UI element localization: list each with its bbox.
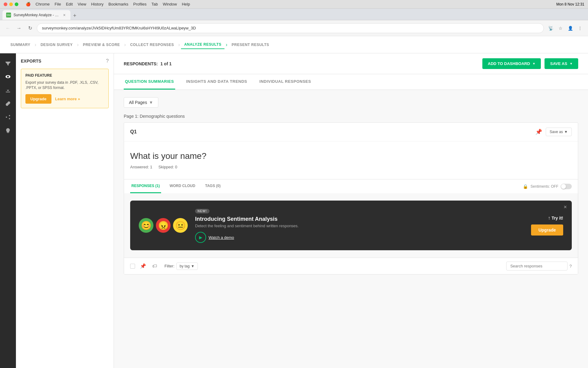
tab-individual-responses[interactable]: INDIVIDUAL RESPONSES: [258, 74, 312, 90]
toggle-knob: [561, 184, 566, 189]
watch-demo-link[interactable]: ▶ Watch a demo: [195, 232, 524, 243]
menu-chrome[interactable]: Chrome: [36, 2, 50, 6]
search-help-icon[interactable]: ?: [569, 264, 572, 269]
page-filter-dropdown[interactable]: All Pages ▼: [124, 97, 158, 108]
sidebar-filter-icon[interactable]: [2, 57, 14, 69]
mac-os-bar: 🍎 Chrome File Edit View History Bookmark…: [0, 0, 588, 9]
mac-bar-right: Mon 8 Nov 12:31: [556, 2, 584, 6]
close-window-btn[interactable]: [4, 2, 7, 6]
question-save-as-btn[interactable]: Save as ▼: [546, 128, 572, 136]
maximize-window-btn[interactable]: [15, 2, 18, 6]
nav-analyze-results[interactable]: ANALYZE RESULTS: [181, 40, 224, 49]
menu-window[interactable]: Window: [163, 2, 177, 6]
address-input[interactable]: [37, 23, 544, 33]
new-tab-btn[interactable]: +: [70, 11, 79, 20]
menu-bookmarks[interactable]: Bookmarks: [108, 2, 128, 6]
sidebar-eye-icon[interactable]: [2, 71, 14, 83]
bookmark-icon[interactable]: ☆: [556, 24, 565, 33]
question-text: What is your name?: [130, 151, 572, 161]
menu-profiles[interactable]: Profiles: [133, 2, 146, 6]
sentiment-analysis-popup: × 😊 😠 😐 NEW! Introducing Sentiment Analy: [130, 201, 572, 250]
save-as-arrow-icon: ▼: [570, 62, 573, 65]
cast-icon[interactable]: 📡: [546, 24, 555, 33]
save-as-btn[interactable]: SAVE AS ▼: [545, 58, 578, 69]
nav-present-results[interactable]: PRESENT RESULTS: [228, 41, 272, 49]
nav-summary[interactable]: SUMMARY: [7, 41, 33, 49]
tab-close-btn[interactable]: ×: [62, 13, 67, 17]
try-it-arrow-icon: ↑: [548, 215, 550, 221]
menu-apple[interactable]: 🍎: [26, 2, 31, 6]
menu-help[interactable]: Help: [182, 2, 190, 6]
paid-feature-box: PAID FEATURE Export your survey data in …: [21, 69, 109, 108]
question-card-q1: Q1 📌 Save as ▼ What is your name?: [124, 122, 578, 274]
select-all-checkbox[interactable]: [130, 264, 135, 269]
sidebar-download-icon[interactable]: [2, 84, 14, 96]
happy-emoji: 😊: [139, 218, 153, 233]
popup-description: Detect the feeling and sentiment behind …: [195, 224, 524, 228]
nav-arrow-1: ›: [77, 42, 78, 48]
exports-title: EXPORTS: [21, 59, 41, 63]
sidebar-bulb-icon[interactable]: [2, 125, 14, 137]
filter-section: Filter: by tag ▼: [164, 263, 198, 270]
question-header-actions: 📌 Save as ▼: [535, 128, 572, 136]
incognito-icon[interactable]: 👤: [566, 24, 575, 33]
page-filter-label: All Pages: [129, 100, 147, 105]
respondents-info: RESPONDENTS: 1 of 1: [124, 61, 172, 67]
watch-demo-label[interactable]: Watch a demo: [209, 235, 234, 240]
address-bar-icons: 📡 ☆ 👤 ⋮: [546, 24, 584, 33]
paid-feature-actions: Upgrade Learn more »: [25, 94, 104, 104]
nav-arrow-3: ›: [178, 42, 180, 48]
add-to-dashboard-btn[interactable]: ADD TO DASHBOARD ▼: [482, 58, 541, 69]
search-responses-input[interactable]: [506, 262, 567, 270]
filter-label: Filter:: [164, 264, 175, 268]
by-tag-dropdown[interactable]: by tag ▼: [176, 263, 198, 270]
sentiments-toggle[interactable]: [561, 184, 572, 189]
content-header: RESPONDENTS: 1 of 1 ADD TO DASHBOARD ▼ S…: [114, 53, 588, 74]
question-save-as-arrow-icon: ▼: [564, 130, 568, 134]
tab-word-cloud[interactable]: WORD CLOUD: [168, 179, 197, 193]
tab-insights-data-trends[interactable]: INSIGHTS AND DATA TRENDS: [185, 74, 248, 90]
browser-tab-active[interactable]: SM SurveyMonkey Analyze - Page... ×: [2, 10, 70, 20]
menu-view[interactable]: View: [78, 2, 86, 6]
menu-tab[interactable]: Tab: [151, 2, 158, 6]
page-label: Page 1: Demographic questions: [124, 114, 578, 119]
tab-responses[interactable]: RESPONSES (1): [130, 179, 161, 193]
menu-edit[interactable]: Edit: [66, 2, 73, 6]
nav-design-survey[interactable]: DESIGN SURVEY: [37, 41, 76, 49]
back-btn[interactable]: ←: [4, 24, 12, 33]
window-controls[interactable]: [4, 2, 18, 6]
new-badge: NEW!: [195, 209, 209, 213]
forward-btn[interactable]: →: [15, 24, 23, 33]
minimize-window-btn[interactable]: [9, 2, 13, 6]
popup-wrapper: × 😊 😠 😐 NEW! Introducing Sentiment Analy: [124, 193, 578, 258]
neutral-emoji: 😐: [173, 218, 188, 233]
menu-file[interactable]: File: [55, 2, 61, 6]
nav-collect-responses[interactable]: COLLECT RESPONSES: [127, 41, 177, 49]
bookmark-response-icon[interactable]: 📌: [139, 262, 147, 270]
tab-title: SurveyMonkey Analyze - Page...: [13, 13, 59, 17]
main-content: RESPONDENTS: 1 of 1 ADD TO DASHBOARD ▼ S…: [114, 53, 588, 368]
tab-question-summaries[interactable]: QUESTION SUMMARIES: [124, 74, 175, 90]
nav-preview-score[interactable]: PREVIEW & SCORE: [80, 41, 123, 49]
mac-time: Mon 8 Nov 12:31: [556, 2, 584, 6]
sentiment-lock-icon: 🔒: [523, 184, 528, 189]
svg-point-3: [6, 117, 7, 118]
chrome-tab-bar: SM SurveyMonkey Analyze - Page... × +: [0, 9, 588, 20]
more-options-icon[interactable]: ⋮: [576, 24, 584, 33]
popup-close-btn[interactable]: ×: [564, 204, 567, 210]
popup-upgrade-btn[interactable]: Upgrade: [531, 224, 563, 236]
sentiments-label: Sentiments: OFF: [530, 184, 558, 189]
play-icon: ▶: [195, 232, 206, 243]
question-number: Q1: [130, 129, 137, 135]
menu-history[interactable]: History: [91, 2, 104, 6]
question-header: Q1 📌 Save as ▼: [124, 123, 578, 141]
pin-icon[interactable]: 📌: [535, 128, 542, 135]
learn-more-link[interactable]: Learn more »: [55, 97, 80, 101]
tag-response-icon[interactable]: 🏷: [151, 262, 158, 270]
reload-btn[interactable]: ↻: [26, 24, 34, 33]
sidebar-link-icon[interactable]: [2, 98, 14, 110]
tab-tags[interactable]: TAGS (0): [204, 179, 222, 193]
upgrade-button[interactable]: Upgrade: [25, 94, 51, 104]
exports-help-icon[interactable]: ?: [106, 58, 109, 64]
sidebar-share-icon[interactable]: [2, 111, 14, 123]
